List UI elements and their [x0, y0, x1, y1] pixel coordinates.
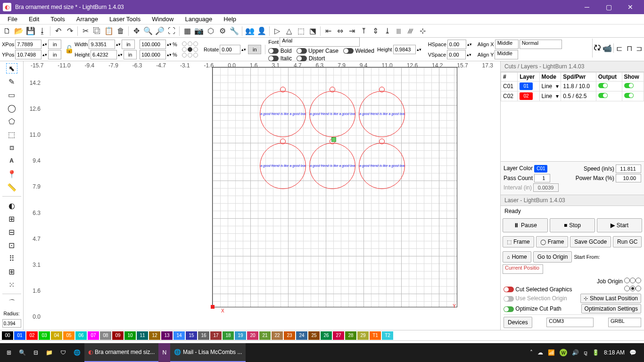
camera-icon[interactable]: 📷 — [194, 26, 204, 36]
edit-node-icon[interactable]: ⬚ — [6, 129, 17, 140]
menu-file[interactable]: File — [3, 15, 22, 24]
palette-swatch[interactable]: 25 — [308, 331, 320, 340]
align-top-icon[interactable]: ⤒ — [358, 26, 369, 36]
show-toggle[interactable] — [624, 93, 634, 98]
palette-swatch[interactable]: 07 — [88, 331, 99, 340]
layer-row[interactable]: C01 01 Line ▾ 11.8 / 10.0 — [501, 82, 644, 91]
menu-window[interactable]: Window — [147, 15, 178, 24]
boolean2-icon[interactable]: ⊞ — [6, 214, 17, 224]
port-select[interactable]: COM3 — [546, 318, 594, 327]
font-select[interactable]: Arial — [280, 37, 360, 47]
gear-icon[interactable]: ⚙ — [217, 26, 228, 36]
tray-notifications-icon[interactable]: 💬 — [629, 349, 636, 356]
palette-swatch[interactable]: 08 — [100, 331, 111, 340]
save-gcode-button[interactable]: Save GCode — [570, 236, 611, 247]
palette-swatch[interactable]: 11 — [137, 331, 148, 340]
palette-swatch[interactable]: T1 — [370, 331, 381, 340]
search-button[interactable]: 🔍 — [15, 343, 30, 362]
open-icon[interactable]: 📂 — [14, 26, 24, 36]
palette-swatch[interactable]: 10 — [124, 331, 136, 340]
canvas[interactable]: -15.7-11.0-9.4-7.9-6.3-4.7-3.1-1.60.01.6… — [24, 61, 500, 330]
pass-input[interactable] — [534, 174, 550, 182]
fontheight-input[interactable] — [393, 45, 416, 54]
offset-tool-icon[interactable]: ⧈ — [6, 142, 17, 153]
palette-swatch[interactable]: 09 — [112, 331, 124, 340]
palette-swatch[interactable]: 27 — [333, 331, 344, 340]
upper-toggle[interactable] — [297, 48, 307, 54]
select-tool-icon[interactable]: ⬉ — [6, 63, 17, 74]
ornament-shape[interactable]: a good friend is like a good bra — [359, 143, 405, 189]
delete-icon[interactable]: 🗑 — [116, 26, 126, 36]
layer-row[interactable]: C02 02 Line ▾ 0.5 / 62.5 — [501, 91, 644, 101]
pan-icon[interactable]: ✥ — [131, 26, 141, 36]
minimize-button[interactable]: ─ — [576, 0, 598, 14]
layers-header[interactable]: # — [501, 73, 518, 82]
copy-icon[interactable]: ⿻ — [92, 26, 102, 36]
new-icon[interactable]: 🗋 — [2, 26, 12, 36]
selection-handle[interactable] — [331, 137, 336, 142]
layers-header[interactable]: Mode — [539, 73, 561, 82]
palette-swatch[interactable]: 28 — [345, 331, 356, 340]
run-gcode-button[interactable]: Run GC — [613, 236, 642, 247]
menu-arrange[interactable]: Arrange — [72, 15, 103, 24]
welded-toggle[interactable] — [343, 48, 354, 54]
tray-onedrive-icon[interactable]: ☁ — [537, 349, 543, 356]
align-left-icon[interactable]: ⇤ — [323, 26, 333, 36]
taskview-button[interactable]: ⊟ — [30, 343, 42, 362]
palette-swatch[interactable]: 15 — [186, 331, 197, 340]
taskbar-mail[interactable]: 🌐 Mail - Lisa McCombs ... — [170, 343, 246, 362]
palette-swatch[interactable]: 19 — [235, 331, 246, 340]
normal-select[interactable]: Normal — [520, 40, 562, 49]
height-input[interactable] — [91, 50, 117, 59]
stop-button[interactable]: ■ Stop — [550, 218, 595, 232]
grid-icon[interactable]: ⊞ — [6, 266, 17, 277]
preview-icon[interactable]: ▦ — [182, 26, 192, 36]
start-button[interactable]: ▶ Start — [597, 218, 642, 232]
usesel-toggle[interactable] — [504, 296, 514, 302]
palette-swatch[interactable]: 16 — [198, 331, 209, 340]
hex-icon[interactable]: ⬡ — [206, 26, 216, 36]
palette-swatch[interactable]: 06 — [75, 331, 87, 340]
import-icon[interactable]: ⭳ — [37, 26, 48, 36]
palette-swatch[interactable]: 23 — [284, 331, 295, 340]
mirror-v-icon[interactable]: △ — [284, 26, 294, 36]
width-input[interactable] — [89, 40, 115, 49]
go-origin-button[interactable]: Go to Origin — [533, 251, 572, 263]
layers-header[interactable]: Show — [622, 73, 644, 82]
alignleft2-icon[interactable]: ⊏ — [615, 43, 625, 53]
palette-swatch[interactable]: 26 — [321, 331, 332, 340]
marker-tool-icon[interactable]: 📍 — [6, 169, 17, 179]
radius-input[interactable] — [2, 319, 21, 328]
explorer-icon[interactable]: 📁 — [42, 343, 57, 362]
align-right-icon[interactable]: ⇥ — [347, 26, 357, 36]
controller-select[interactable]: GRBL — [608, 318, 641, 327]
arc-icon[interactable]: ⌒ — [6, 298, 17, 308]
ornament-shape[interactable]: a good friend is like a good bra — [309, 91, 355, 137]
shield-icon[interactable]: 🛡 — [57, 343, 70, 362]
camera-small-icon[interactable]: 📹 — [603, 43, 612, 53]
italic-toggle[interactable] — [268, 56, 279, 61]
ornament-shape[interactable]: a good friend is like a good bra — [260, 91, 306, 137]
menu-laser-tools[interactable]: Laser Tools — [105, 15, 145, 24]
rotate-input[interactable] — [220, 45, 240, 54]
aligny-select[interactable]: Middle — [495, 50, 518, 59]
undo-icon[interactable]: ↶ — [53, 26, 63, 36]
menu-tools[interactable]: Tools — [46, 15, 69, 24]
power-input[interactable] — [616, 174, 641, 182]
tray-volume-icon[interactable]: 🔊 — [572, 349, 579, 356]
edge-icon[interactable]: 🌐 — [70, 343, 84, 362]
palette-swatch[interactable]: 20 — [247, 331, 258, 340]
palette-swatch[interactable]: 04 — [51, 331, 62, 340]
layers-header[interactable]: Spd/Pwr — [561, 73, 596, 82]
vspace-input[interactable] — [447, 50, 466, 59]
mirror-h-icon[interactable]: ▷ — [272, 26, 282, 36]
palette-swatch[interactable]: 05 — [63, 331, 74, 340]
cut-icon[interactable]: ✂ — [80, 26, 91, 36]
palette-swatch[interactable]: 17 — [210, 331, 222, 340]
zoom-out-icon[interactable]: 🔎 — [155, 26, 165, 36]
distort-toggle[interactable] — [297, 56, 307, 61]
ornament-shape[interactable]: a good friend is like a good bra — [359, 91, 405, 137]
alignright2-icon[interactable]: ⊐ — [634, 43, 644, 53]
zoom-frame-icon[interactable]: ⛶ — [166, 26, 177, 36]
speed-input[interactable] — [616, 165, 641, 173]
